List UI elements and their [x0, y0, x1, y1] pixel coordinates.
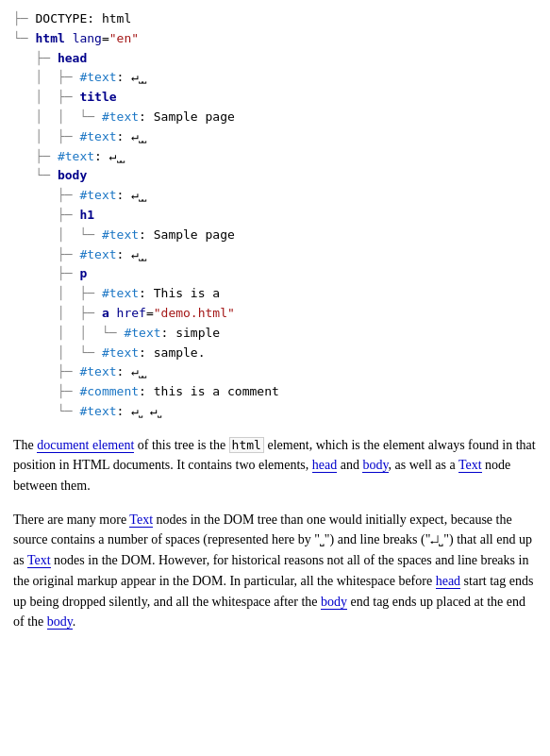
- comment-node: #comment: [79, 382, 139, 402]
- text-node: #text: [102, 344, 139, 363]
- tree-row-h1: ├─ h1: [13, 206, 537, 226]
- head-node: head: [58, 49, 87, 69]
- tree-row-body-text1: ├─ #text: ↵˽˽: [13, 186, 537, 206]
- tree-row-text3: ├─ #text: ↵˽˽: [13, 147, 537, 167]
- tree-row-body-text3: ├─ #text: ↵˽˽: [13, 362, 537, 382]
- text-node: #text: [79, 68, 116, 88]
- document-element-link[interactable]: document element: [37, 438, 134, 453]
- attr-val: "en": [109, 29, 139, 49]
- h1-node: h1: [79, 206, 94, 226]
- head-link[interactable]: head: [312, 458, 337, 473]
- tree-row-p-text1: │ ├─ #text: This is a: [13, 284, 537, 304]
- text-node: #text: [102, 226, 139, 245]
- attr-name: lang: [73, 29, 102, 49]
- text-node: #text: [102, 108, 139, 127]
- tree-row-p-text2: │ └─ #text: sample.: [13, 344, 537, 363]
- text-node: #text: [79, 362, 116, 382]
- text-node: #text: [124, 324, 160, 344]
- tree-row-title-text: │ │ └─ #text: Sample page: [13, 108, 537, 127]
- attr-name: href: [117, 304, 146, 324]
- html-node: html: [35, 29, 64, 49]
- prose-paragraph-1: The document element of this tree is the…: [13, 435, 537, 496]
- doctype-node: DOCTYPE: html: [35, 9, 131, 29]
- body-link-2[interactable]: body: [321, 595, 347, 610]
- title-node: title: [79, 88, 116, 108]
- tree-row-a-text: │ │ └─ #text: simple: [13, 324, 537, 344]
- text-node: #text: [79, 245, 116, 265]
- prose-text: of this tree is the: [134, 438, 228, 452]
- body-node: body: [58, 166, 87, 186]
- head-link-2[interactable]: head: [436, 574, 460, 589]
- connector: └─: [13, 29, 35, 49]
- tree-row-comment: ├─ #comment: this is a comment: [13, 382, 537, 402]
- body-link-3[interactable]: body: [47, 614, 73, 630]
- tree-row-body-text2: ├─ #text: ↵˽˽: [13, 245, 537, 265]
- prose-paragraph-2: There are many more Text nodes in the DO…: [13, 510, 537, 632]
- text-link-3[interactable]: Text: [27, 553, 51, 568]
- prose-text: and: [337, 458, 362, 472]
- text-node: #text: [79, 127, 116, 147]
- body-link[interactable]: body: [362, 458, 388, 473]
- tree-row-html: └─ html lang="en": [13, 29, 537, 49]
- p-node: p: [79, 264, 87, 284]
- tree-row-a: │ ├─ a href="demo.html": [13, 304, 537, 324]
- prose-section: The document element of this tree is the…: [13, 435, 537, 632]
- attr-val: "demo.html": [154, 304, 235, 324]
- tree-row-title: │ ├─ title: [13, 88, 537, 108]
- text-link-1[interactable]: Text: [458, 458, 482, 473]
- tree-row-text2: │ ├─ #text: ↵˽˽: [13, 127, 537, 147]
- connector: ├─: [13, 9, 35, 29]
- text-node: #text: [58, 147, 94, 167]
- tree-row-head: ├─ head: [13, 49, 537, 69]
- tree-row-body: └─ body: [13, 166, 537, 186]
- text-node: #text: [102, 284, 139, 304]
- tree-row-doctype: ├─ DOCTYPE: html: [13, 9, 537, 29]
- prose-text: .: [73, 614, 76, 629]
- prose-text: The: [13, 438, 37, 452]
- dom-tree: ├─ DOCTYPE: html └─ html lang="en" ├─ he…: [13, 9, 537, 422]
- html-code: html: [229, 437, 264, 453]
- text-node: #text: [79, 402, 116, 422]
- a-node: a: [102, 304, 109, 324]
- tree-row-h1-text: │ └─ #text: Sample page: [13, 226, 537, 245]
- prose-text: , as well as a: [389, 458, 458, 472]
- text-node: #text: [79, 186, 116, 206]
- tree-row-body-text4: └─ #text: ↵˽ ↵˽: [13, 402, 537, 422]
- tree-row-text1: │ ├─ #text: ↵˽˽: [13, 68, 537, 88]
- prose-text: There are many more: [13, 512, 129, 527]
- text-link-2[interactable]: Text: [129, 512, 153, 528]
- tree-row-p: ├─ p: [13, 264, 537, 284]
